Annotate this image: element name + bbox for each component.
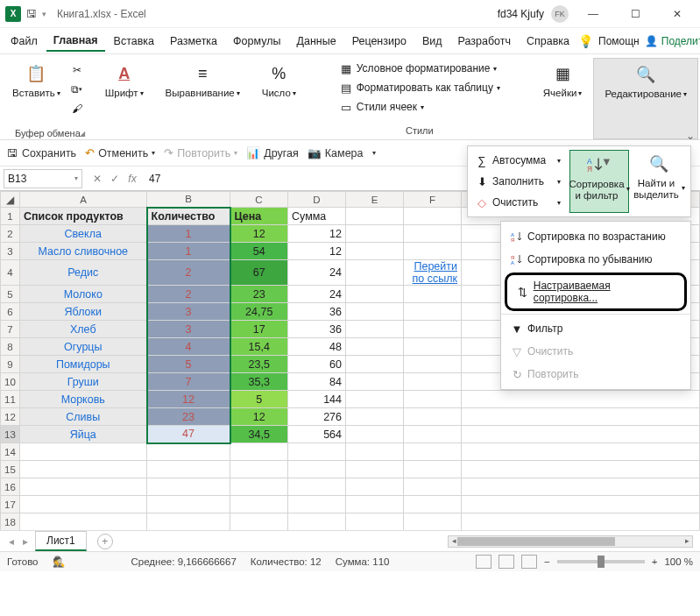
number-button[interactable]: % Число▾ [258, 60, 300, 100]
cell[interactable] [346, 391, 404, 408]
cell[interactable] [147, 443, 230, 461]
cell[interactable]: 34,5 [230, 426, 288, 443]
cell[interactable]: 276 [288, 408, 346, 426]
cell[interactable] [404, 208, 462, 225]
cell[interactable]: Сумма [288, 208, 346, 225]
row-header[interactable]: 17 [1, 496, 20, 513]
cell[interactable] [230, 478, 288, 496]
cell[interactable]: 144 [288, 391, 346, 408]
cell[interactable]: Груши [20, 373, 147, 391]
cell[interactable] [346, 286, 404, 303]
cell[interactable] [462, 513, 700, 531]
cell[interactable] [404, 496, 462, 513]
cell[interactable] [346, 321, 404, 338]
cell[interactable] [462, 531, 700, 532]
zoom-slider[interactable] [557, 560, 645, 563]
cell[interactable]: Редис [20, 260, 147, 286]
tab-layout[interactable]: Разметка [163, 32, 224, 51]
row-header[interactable]: 3 [1, 243, 20, 260]
cell[interactable]: 5 [147, 356, 230, 373]
view-normal-button[interactable] [476, 555, 491, 569]
cell[interactable]: 5 [230, 391, 288, 408]
cell[interactable] [147, 496, 230, 513]
cell[interactable]: 12 [230, 225, 288, 243]
cell[interactable] [230, 513, 288, 531]
alignment-button[interactable]: ≡ Выравнивание▾ [162, 60, 244, 100]
cell[interactable] [346, 225, 404, 243]
close-button[interactable]: ✕ [660, 2, 695, 26]
select-all-corner[interactable]: ◢ [1, 192, 20, 208]
tab-formulas[interactable]: Формулы [226, 32, 287, 51]
cell[interactable]: 24 [288, 286, 346, 303]
cell[interactable]: 67 [230, 260, 288, 286]
cell[interactable] [346, 338, 404, 356]
cell[interactable] [288, 531, 346, 532]
cell[interactable] [346, 513, 404, 531]
cell[interactable] [462, 391, 700, 408]
formula-cancel-button[interactable]: ✕ [89, 173, 105, 185]
sort-filter-button[interactable]: АЯ Сортировка и фильтр▾ [569, 150, 629, 213]
row-header[interactable]: 6 [1, 303, 20, 321]
cell[interactable]: Свекла [20, 225, 147, 243]
cell[interactable]: 24 [288, 260, 346, 286]
cell[interactable]: 84 [288, 373, 346, 391]
cell-styles-button[interactable]: ▭Стили ячеек▾ [336, 98, 428, 116]
qat-redo-button[interactable]: ↷Повторить▾ [164, 146, 237, 159]
horizontal-scrollbar[interactable]: ◂ ▸ [448, 535, 693, 548]
row-header[interactable]: 8 [1, 338, 20, 356]
cell[interactable] [288, 513, 346, 531]
cell[interactable] [147, 461, 230, 478]
cell[interactable]: 23,5 [230, 356, 288, 373]
tab-data[interactable]: Данные [289, 32, 343, 51]
cell[interactable] [404, 243, 462, 260]
cell[interactable] [230, 461, 288, 478]
scroll-thumb[interactable] [457, 537, 615, 546]
cell[interactable] [346, 373, 404, 391]
col-header-b[interactable]: B [147, 192, 230, 208]
cell[interactable]: 12 [230, 408, 288, 426]
autosum-button[interactable]: ∑Автосумма▾ [470, 150, 566, 171]
row-header[interactable]: 10 [1, 373, 20, 391]
qat-other-button[interactable]: 📊Другая [246, 146, 299, 159]
cell[interactable]: Яйца [20, 426, 147, 443]
tab-help[interactable]: Справка [520, 32, 576, 51]
qat-undo-button[interactable]: ↶Отменить▾ [85, 146, 155, 159]
format-as-table-button[interactable]: ▤Форматировать как таблицу▾ [336, 79, 504, 96]
col-header-d[interactable]: D [288, 192, 346, 208]
row-header[interactable]: 12 [1, 408, 20, 426]
sheet-nav-next[interactable]: ▸ [21, 535, 30, 548]
cell[interactable]: 17 [230, 321, 288, 338]
cell[interactable]: 48 [288, 338, 346, 356]
filter-item[interactable]: ▼Фильтр [501, 317, 690, 340]
format-painter-button[interactable]: 🖌 [67, 100, 87, 117]
cell[interactable]: 12 [288, 243, 346, 260]
cell[interactable]: Сливы [20, 408, 147, 426]
status-accessibility-icon[interactable]: 🕵 [53, 556, 65, 568]
cell[interactable] [346, 303, 404, 321]
tab-view[interactable]: Вид [415, 32, 449, 51]
fx-button[interactable]: fx [124, 173, 140, 185]
copy-button[interactable]: ⧉▾ [67, 81, 87, 98]
col-header-a[interactable]: A [20, 192, 147, 208]
sort-asc-item[interactable]: АЯСортировка по возрастанию [501, 225, 690, 248]
editing-button[interactable]: 🔍 Редактирование▾ [601, 60, 690, 101]
zoom-in-button[interactable]: + [652, 556, 658, 567]
cell[interactable]: Список продуктов [20, 208, 147, 225]
cell[interactable] [404, 373, 462, 391]
cell[interactable] [462, 496, 700, 513]
cell[interactable] [462, 408, 700, 426]
cell[interactable] [147, 513, 230, 531]
cell[interactable] [20, 531, 147, 532]
row-header[interactable]: 4 [1, 260, 20, 286]
cell[interactable] [462, 461, 700, 478]
cell[interactable]: 2 [147, 260, 230, 286]
qat-more-icon[interactable]: ▾ [42, 10, 46, 18]
row-header[interactable]: 19 [1, 531, 20, 532]
row-header[interactable]: 18 [1, 513, 20, 531]
qat-more-button[interactable]: ▾ [372, 149, 376, 157]
cell[interactable] [288, 461, 346, 478]
cell[interactable]: Цена [230, 208, 288, 225]
cell[interactable] [404, 408, 462, 426]
view-pagebreak-button[interactable] [521, 555, 537, 569]
row-header[interactable]: 1 [1, 208, 20, 225]
